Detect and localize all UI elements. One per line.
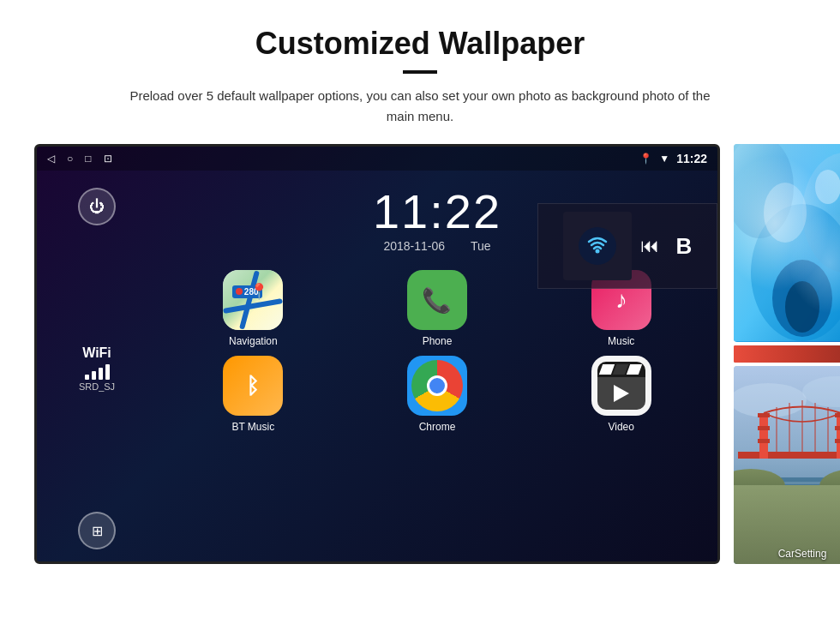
- top-row: 11:22 2018-11-06 Tue: [157, 179, 717, 270]
- screen-body: ⏻ WiFi SRD_SJ ⊞: [37, 171, 717, 564]
- recent-icon: □: [85, 153, 91, 165]
- phone-icon-img: 📞: [407, 270, 467, 330]
- screen-sidebar: ⏻ WiFi SRD_SJ ⊞: [37, 171, 157, 564]
- title-section: Customized Wallpaper Preload over 5 defa…: [34, 26, 806, 127]
- page-subtitle: Preload over 5 default wallpaper options…: [129, 86, 711, 127]
- svg-rect-23: [837, 413, 840, 459]
- screen-main: 11:22 2018-11-06 Tue: [157, 171, 717, 564]
- wifi-label: WiFi: [79, 345, 115, 361]
- clapper-body: [597, 377, 645, 410]
- media-controls: ⏮ B: [640, 233, 693, 260]
- status-bar-right: 📍 ▼ 11:22: [639, 152, 707, 165]
- chrome-label: Chrome: [419, 421, 456, 433]
- svg-rect-22: [758, 439, 770, 443]
- small-strip-photo: [734, 345, 840, 363]
- page-title: Customized Wallpaper: [34, 26, 806, 62]
- chrome-inner-circle: [427, 375, 447, 396]
- strip-content: [734, 345, 840, 363]
- apps-button[interactable]: ⊞: [78, 512, 116, 549]
- clapper-stripe-1: [598, 364, 614, 375]
- wifi-ssid: SRD_SJ: [79, 381, 115, 392]
- photos-panel: CarSetting: [734, 144, 840, 564]
- wifi-widget: WiFi SRD_SJ: [79, 345, 115, 392]
- golden-gate-svg: [734, 366, 840, 525]
- clapper-stripe-3: [626, 364, 641, 375]
- location-icon: 📍: [639, 153, 652, 165]
- home-icon: ○: [67, 153, 73, 165]
- svg-point-4: [802, 153, 840, 273]
- svg-point-5: [751, 204, 840, 341]
- clapper-top: [597, 362, 645, 377]
- wifi-bar-3: [99, 368, 103, 380]
- video-app-icon[interactable]: Video: [533, 356, 709, 433]
- svg-point-7: [815, 170, 840, 204]
- svg-rect-21: [758, 426, 770, 430]
- svg-point-9: [785, 281, 819, 333]
- phone-label: Phone: [423, 335, 453, 347]
- status-bar-left: ◁ ○ □ ⊡: [47, 153, 112, 165]
- power-button[interactable]: ⏻: [78, 188, 116, 225]
- svg-point-6: [764, 183, 807, 243]
- navigation-icon-img: 280 📍: [223, 270, 283, 330]
- car-setting-label: CarSetting: [734, 548, 840, 560]
- app-icons-grid: 280 📍 Navigation 📞: [157, 270, 717, 433]
- ice-cave-photo: [734, 144, 840, 342]
- back-icon: ◁: [47, 153, 55, 165]
- wifi-bar-1: [85, 375, 89, 380]
- clapperboard: [597, 362, 645, 410]
- music-note-icon: ♪: [615, 286, 627, 314]
- content-area: ◁ ○ □ ⊡ 📍 ▼ 11:22 ⏻ WiFi: [34, 144, 806, 564]
- svg-point-8: [772, 260, 832, 337]
- wifi-bar-4: [105, 364, 110, 380]
- wifi-bars: [79, 364, 115, 380]
- bt-icon-img: ᛒ: [223, 356, 283, 416]
- video-label: Video: [608, 421, 633, 433]
- svg-rect-26: [835, 439, 840, 443]
- svg-rect-19: [759, 413, 768, 459]
- svg-point-1: [595, 249, 599, 254]
- svg-point-3: [734, 144, 794, 238]
- next-track-button[interactable]: B: [676, 233, 693, 260]
- chrome-app-icon[interactable]: Chrome: [350, 356, 525, 433]
- wifi-bar-2: [92, 371, 96, 380]
- bluetooth-symbol: ᛒ: [246, 373, 260, 399]
- status-bar: ◁ ○ □ ⊡ 📍 ▼ 11:22: [37, 147, 717, 171]
- svg-rect-25: [835, 426, 840, 430]
- phone-symbol: 📞: [422, 286, 452, 315]
- clapper-stripe-2: [612, 364, 627, 375]
- page-container: Customized Wallpaper Preload over 5 defa…: [0, 0, 840, 581]
- road-badge: [236, 288, 243, 295]
- chrome-outer-ring: [411, 360, 463, 411]
- media-widget: ⏮ B: [537, 203, 717, 289]
- phone-app-icon[interactable]: 📞 Phone: [350, 270, 525, 347]
- chrome-icon-img: [407, 356, 467, 416]
- prev-track-button[interactable]: ⏮: [640, 235, 659, 257]
- ice-cave-svg: [734, 144, 840, 341]
- screen-icon: ⊡: [104, 153, 112, 165]
- golden-gate-photo: CarSetting: [734, 366, 840, 564]
- video-icon-img: [591, 356, 651, 416]
- navigation-app-icon[interactable]: 280 📍 Navigation: [165, 270, 341, 347]
- svg-rect-15: [734, 490, 840, 492]
- date-text: 2018-11-06: [383, 239, 445, 253]
- android-screen: ◁ ○ □ ⊡ 📍 ▼ 11:22 ⏻ WiFi: [34, 144, 720, 564]
- music-label: Music: [608, 335, 634, 347]
- bt-music-app-icon[interactable]: ᛒ BT Music: [165, 356, 341, 433]
- status-time: 11:22: [676, 152, 707, 165]
- wifi-status-icon: ▼: [659, 153, 669, 165]
- title-divider: [403, 70, 437, 74]
- nav-pin: 📍: [249, 282, 268, 301]
- svg-rect-13: [734, 477, 840, 525]
- navigation-label: Navigation: [229, 335, 278, 347]
- day-text: Tue: [471, 239, 491, 253]
- svg-rect-2: [734, 144, 840, 341]
- bt-music-label: BT Music: [231, 421, 274, 433]
- nav-map: 280 📍: [223, 270, 283, 330]
- media-wifi-icon: [576, 225, 619, 267]
- svg-rect-18: [738, 452, 840, 459]
- media-icon: [563, 212, 632, 280]
- play-triangle: [614, 385, 629, 402]
